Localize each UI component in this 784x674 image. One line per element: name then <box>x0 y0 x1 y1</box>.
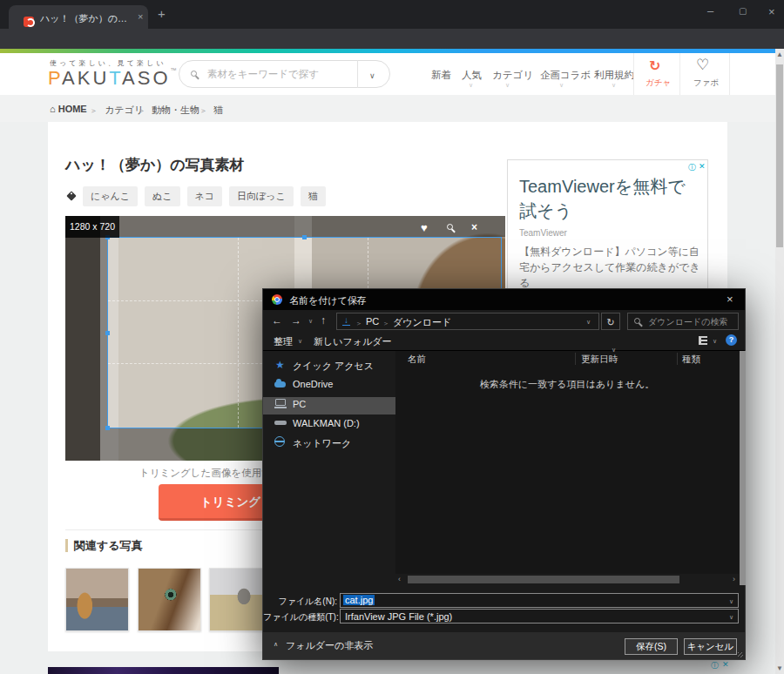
search-dropdown-icon[interactable]: ∨ <box>369 71 375 80</box>
refresh-icon: ↻ <box>606 317 614 327</box>
dialog-search-input[interactable] <box>646 316 733 327</box>
tag-nyanko[interactable]: にゃんこ <box>83 186 138 206</box>
sidebar-item-onedrive[interactable]: OneDrive <box>293 379 333 389</box>
tag-hinatabokko[interactable]: 日向ぼっこ <box>229 186 294 206</box>
crop-note: トリミングした画像を使用する <box>139 467 282 480</box>
bottom-ad-banner[interactable] <box>48 667 279 674</box>
page-scrollbar-thumb[interactable] <box>776 64 783 247</box>
tag-nuko[interactable]: ぬこ <box>145 186 180 206</box>
gacha-refresh-icon[interactable]: ↻ <box>649 57 660 74</box>
ad-body: 【無料ダウンロード】パソコン等に自宅からアクセスして作業の続きができる <box>519 244 700 291</box>
zoom-icon[interactable] <box>447 224 453 230</box>
dialog-search-box[interactable] <box>627 313 739 330</box>
view-list-icon[interactable] <box>699 336 707 345</box>
favorite-heart-icon[interactable]: ♡ <box>696 56 709 74</box>
window-close-button[interactable]: × <box>768 5 775 18</box>
scroll-left-icon[interactable]: ‹ <box>398 575 401 583</box>
new-folder-button[interactable]: 新しいフォルダー <box>314 335 392 348</box>
close-crop-icon[interactable]: × <box>471 221 477 233</box>
quick-access-icon: ★ <box>275 359 285 371</box>
ad-close-icon[interactable]: ✕ <box>722 660 729 669</box>
crop-handle[interactable] <box>105 426 110 430</box>
refresh-button[interactable]: ↻ <box>601 313 620 330</box>
chevron-down-icon: ∨ <box>469 82 473 89</box>
filename-dropdown-icon[interactable]: ∨ <box>729 598 733 605</box>
window-maximize-button[interactable]: ▢ <box>739 6 747 16</box>
column-name[interactable]: 名前 <box>408 354 426 366</box>
screen: ハッ！（夢か）の写真（画像）を × + – ▢ × ← → ↻ ⌂ pakuta… <box>0 0 784 674</box>
column-type[interactable]: 種類 <box>682 354 700 366</box>
column-date[interactable]: 更新日時 <box>581 354 618 366</box>
nav-item-collab[interactable]: 企画コラボ <box>540 69 591 82</box>
tab-close-icon[interactable]: × <box>138 11 143 22</box>
hscrollbar-thumb[interactable] <box>408 576 679 583</box>
ad-close-icon[interactable]: ✕ <box>699 162 706 171</box>
filetype-select[interactable]: IrfanView JPG File (*.jpg)∨ <box>340 609 739 623</box>
recent-locations-icon[interactable]: ∨ <box>308 318 313 325</box>
site-search-input[interactable] <box>206 66 345 82</box>
breadcrumb-animals[interactable]: 動物・生物 <box>152 104 199 117</box>
search-icon <box>191 71 197 77</box>
hide-folders-button[interactable]: フォルダーの非表示 <box>286 639 373 652</box>
crop-handle[interactable] <box>302 235 307 239</box>
filetype-dropdown-icon[interactable]: ∨ <box>729 614 733 621</box>
gacha-label[interactable]: ガチャ <box>645 78 671 89</box>
scroll-right-icon[interactable]: › <box>733 575 735 583</box>
image-size-label: 1280 x 720 <box>65 216 119 238</box>
organize-button[interactable]: 整理 <box>274 335 293 348</box>
crumb-downloads[interactable]: ダウンロード <box>393 316 451 329</box>
breadcrumb-cat[interactable]: 猫 <box>213 104 223 117</box>
favorite-label[interactable]: ファボ <box>693 78 719 89</box>
ad-info-icon[interactable]: ⓘ <box>711 660 719 671</box>
view-dropdown-icon[interactable]: ∨ <box>713 338 717 345</box>
tag-cat[interactable]: 猫 <box>301 186 326 206</box>
sidebar-item-quick-access[interactable]: クイック アクセス <box>293 360 374 373</box>
address-breadcrumb[interactable]: ↓ ＞ PC ＞ ダウンロード ∨ <box>336 313 599 330</box>
scrollbar-down-icon[interactable]: ▼ <box>775 664 784 672</box>
browser-tab-strip: ハッ！（夢か）の写真（画像）を × + – ▢ × <box>0 0 784 29</box>
organize-dropdown-icon: ∨ <box>298 338 302 345</box>
crumb-pc[interactable]: PC <box>366 316 379 327</box>
tab-title: ハッ！（夢か）の写真（画像）を <box>40 12 132 25</box>
tag-neko[interactable]: ネコ <box>187 186 223 206</box>
sidebar-item-network[interactable]: ネットワーク <box>293 437 351 450</box>
sidebar-item-walkman[interactable]: WALKMAN (D:) <box>293 418 360 428</box>
nav-item-popular[interactable]: 人気 <box>462 69 482 82</box>
nav-item-terms[interactable]: 利用規約 <box>594 69 634 82</box>
related-photo-thumb[interactable] <box>65 568 129 631</box>
browser-tab[interactable]: ハッ！（夢か）の写真（画像）を × <box>9 5 148 29</box>
filetype-value: IrfanView JPG File (*.jpg) <box>345 611 452 622</box>
dialog-forward-icon[interactable]: → <box>291 314 301 327</box>
search-divider <box>357 60 358 88</box>
nav-item-new[interactable]: 新着 <box>431 69 451 82</box>
dialog-up-icon[interactable]: ↑ <box>321 314 326 327</box>
ad-info-icon[interactable]: ⓘ <box>688 162 696 173</box>
breadcrumb-home[interactable]: ⌂ HOME <box>50 104 87 114</box>
new-tab-button[interactable]: + <box>158 6 166 21</box>
site-favicon-icon <box>24 17 34 27</box>
site-logo[interactable]: PAKUTASO™ <box>48 67 179 90</box>
address-dropdown-icon[interactable]: ∨ <box>586 319 591 326</box>
heart-icon[interactable]: ♥ <box>421 221 428 234</box>
save-button[interactable]: 保存(S) <box>625 638 678 655</box>
dialog-title: 名前を付けて保存 <box>289 294 367 307</box>
nav-item-category[interactable]: カテゴリ <box>492 69 533 82</box>
dialog-back-icon[interactable]: ← <box>272 314 282 327</box>
scrollbar-up-icon[interactable]: ▲ <box>775 51 784 58</box>
cancel-button[interactable]: キャンセル <box>684 638 737 655</box>
resize-grip[interactable] <box>738 652 743 657</box>
help-icon[interactable]: ? <box>726 334 737 346</box>
empty-folder-message: 検索条件に一致する項目はありません。 <box>395 378 739 391</box>
network-icon <box>274 436 285 447</box>
dialog-close-icon[interactable]: × <box>727 293 733 306</box>
file-list-vscrollbar[interactable] <box>740 351 746 585</box>
sidebar-item-pc[interactable]: PC <box>293 399 306 409</box>
dialog-title-bar[interactable]: 名前を付けて保存 × <box>263 289 745 310</box>
window-minimize-button[interactable]: – <box>707 4 713 17</box>
related-photo-thumb[interactable] <box>138 568 201 631</box>
crop-handle[interactable] <box>105 331 110 335</box>
ad-title[interactable]: TeamViewerを無料で試そう <box>519 174 698 223</box>
related-heading: 関連する写真 <box>74 538 143 554</box>
filename-input[interactable]: cat.jpg∨ <box>340 593 739 608</box>
chevron-down-icon: ∨ <box>559 82 564 89</box>
